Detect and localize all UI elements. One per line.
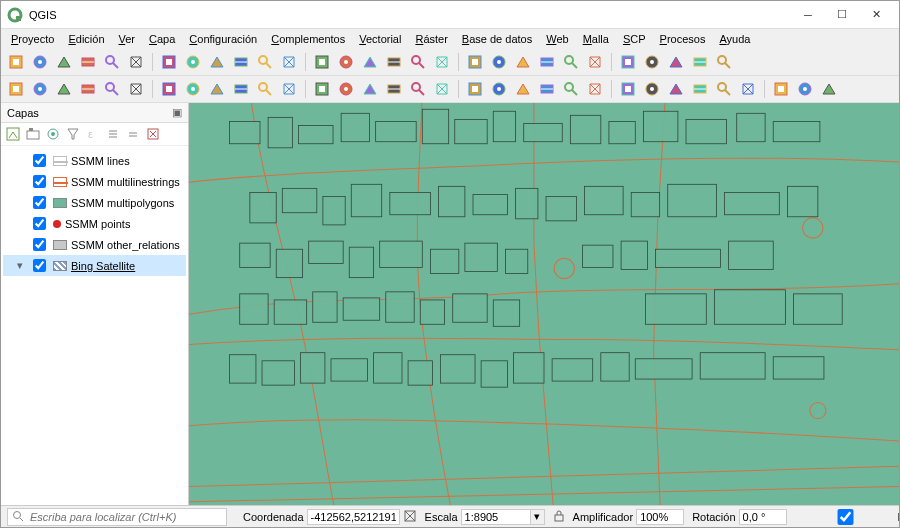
new-map-view-button[interactable]: [407, 51, 429, 73]
close-button[interactable]: ✕: [859, 4, 893, 26]
move-feature-button[interactable]: [278, 78, 300, 100]
scp-preprocessing-button[interactable]: [560, 78, 582, 100]
scp-classification-button[interactable]: [536, 78, 558, 100]
new-geopackage-button[interactable]: [29, 78, 51, 100]
measure-button[interactable]: [584, 51, 606, 73]
open-data-source-button[interactable]: [5, 78, 27, 100]
coord-input[interactable]: [307, 509, 400, 525]
zoom-next-button[interactable]: [383, 51, 405, 73]
expand-icon[interactable]: ▾: [17, 259, 25, 272]
add-group-icon[interactable]: [25, 126, 41, 142]
pan-button[interactable]: [158, 51, 180, 73]
add-wfs-button[interactable]: [158, 78, 180, 100]
new-spatialite-button[interactable]: [77, 78, 99, 100]
refresh-button[interactable]: [464, 51, 486, 73]
scp-postprocessing-button[interactable]: [584, 78, 606, 100]
scp-roi-button[interactable]: [512, 78, 534, 100]
layer-row-ssmm-multipolygons[interactable]: SSMM multipolygons: [3, 192, 186, 213]
map-canvas[interactable]: [189, 103, 899, 505]
style-manager-button[interactable]: [125, 51, 147, 73]
menu-ráster[interactable]: Ráster: [409, 31, 453, 47]
menu-web[interactable]: Web: [540, 31, 574, 47]
add-feature-button[interactable]: [254, 78, 276, 100]
current-edits-button[interactable]: [230, 78, 252, 100]
collapse-all-icon[interactable]: [125, 126, 141, 142]
manage-map-themes-icon[interactable]: [45, 126, 61, 142]
statistics-button[interactable]: [641, 51, 663, 73]
scp-dock-button[interactable]: [488, 78, 510, 100]
layer-visibility-checkbox[interactable]: [33, 259, 46, 272]
zoom-out-button[interactable]: [230, 51, 252, 73]
menu-complementos[interactable]: Complementos: [265, 31, 351, 47]
menu-edición[interactable]: Edición: [62, 31, 110, 47]
python-console-button[interactable]: [689, 78, 711, 100]
maximize-button[interactable]: ☐: [825, 4, 859, 26]
layer-row-ssmm-multilinestrings[interactable]: SSMM multilinestrings: [3, 171, 186, 192]
layer-visibility-checkbox[interactable]: [33, 217, 46, 230]
menu-base-de-datos[interactable]: Base de datos: [456, 31, 538, 47]
layer-visibility-checkbox[interactable]: [33, 196, 46, 209]
layer-row-ssmm-points[interactable]: SSMM points: [3, 213, 186, 234]
select-button[interactable]: [536, 51, 558, 73]
menu-ver[interactable]: Ver: [113, 31, 142, 47]
zoom-in-button[interactable]: [206, 51, 228, 73]
layer-row-ssmm-lines[interactable]: SSMM lines: [3, 150, 186, 171]
copy-features-button[interactable]: [335, 78, 357, 100]
undo-button[interactable]: [431, 78, 453, 100]
layer-visibility-checkbox[interactable]: [33, 154, 46, 167]
scp-bandcalc-button[interactable]: [617, 78, 639, 100]
menu-ayuda[interactable]: Ayuda: [713, 31, 756, 47]
magnifier-input[interactable]: [636, 509, 684, 525]
toggle-editing-button[interactable]: [182, 78, 204, 100]
redo-button[interactable]: [464, 78, 486, 100]
expand-all-icon[interactable]: [105, 126, 121, 142]
help-button[interactable]: [665, 78, 687, 100]
menu-vectorial[interactable]: Vectorial: [353, 31, 407, 47]
minimize-button[interactable]: ─: [791, 4, 825, 26]
layer-visibility-checkbox[interactable]: [33, 175, 46, 188]
bookmark-button[interactable]: [713, 51, 735, 73]
new-print-layout-button[interactable]: [77, 51, 99, 73]
new-virtual-layer-button[interactable]: [101, 78, 123, 100]
menu-malla[interactable]: Malla: [577, 31, 615, 47]
globe-button[interactable]: [641, 78, 663, 100]
zoom-to-selection-button[interactable]: [311, 51, 333, 73]
grass-button[interactable]: [713, 78, 735, 100]
processing-button[interactable]: [794, 78, 816, 100]
new-shapefile-button[interactable]: [53, 78, 75, 100]
filter-legend-icon[interactable]: [65, 126, 81, 142]
layer-visibility-checkbox[interactable]: [33, 238, 46, 251]
layer-row-ssmm-other_relations[interactable]: SSMM other_relations: [3, 234, 186, 255]
open-attribute-table-button[interactable]: [512, 51, 534, 73]
map-tips-button[interactable]: [665, 51, 687, 73]
layout-manager-button[interactable]: [101, 51, 123, 73]
layer-row-bing-satellite[interactable]: ▾Bing Satellite: [3, 255, 186, 276]
new-3d-map-button[interactable]: [431, 51, 453, 73]
delete-selected-button[interactable]: [407, 78, 429, 100]
render-checkbox[interactable]: [799, 509, 892, 525]
zoom-to-layer-button[interactable]: [335, 51, 357, 73]
menu-capa[interactable]: Capa: [143, 31, 181, 47]
remove-layer-icon[interactable]: [145, 126, 161, 142]
zoom-native-button[interactable]: [254, 51, 276, 73]
new-project-button[interactable]: [5, 51, 27, 73]
cut-features-button[interactable]: [383, 78, 405, 100]
menu-proyecto[interactable]: Proyecto: [5, 31, 60, 47]
pan-to-selection-button[interactable]: [182, 51, 204, 73]
plugins-button[interactable]: [770, 78, 792, 100]
panel-close-icon[interactable]: ▣: [172, 106, 182, 119]
text-annotation-button[interactable]: [689, 51, 711, 73]
menu-configuración[interactable]: Configuración: [183, 31, 263, 47]
osm-button[interactable]: [737, 78, 759, 100]
lock-scale-icon[interactable]: [553, 509, 565, 525]
save-project-button[interactable]: [53, 51, 75, 73]
paste-features-button[interactable]: [359, 78, 381, 100]
open-layer-styling-icon[interactable]: [5, 126, 21, 142]
rotation-input[interactable]: [739, 509, 787, 525]
field-calculator-button[interactable]: [617, 51, 639, 73]
locator-input[interactable]: [28, 510, 222, 524]
zoom-full-button[interactable]: [278, 51, 300, 73]
menu-scp[interactable]: SCP: [617, 31, 652, 47]
zoom-last-button[interactable]: [359, 51, 381, 73]
mouse-position-button[interactable]: [818, 78, 840, 100]
